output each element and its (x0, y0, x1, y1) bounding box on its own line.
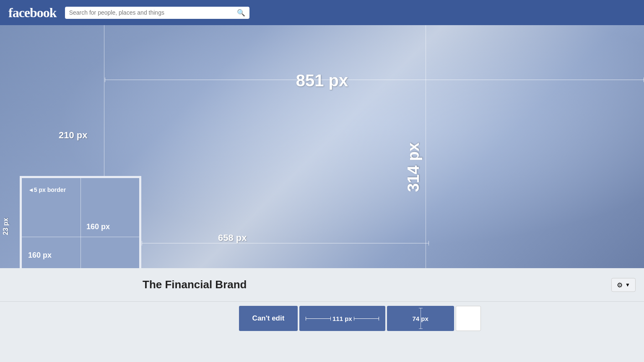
tab-111px-line2 (354, 318, 379, 319)
tab-74px[interactable]: 74 px (387, 306, 454, 331)
search-input[interactable] (69, 9, 237, 16)
page-name: The Financial Brand (143, 278, 247, 291)
search-icon: 🔍 (237, 9, 245, 17)
profile-width-label: 160 px (86, 222, 110, 231)
border-5px-label: ◄5 px border (28, 186, 66, 193)
search-bar[interactable]: 🔍 (65, 7, 249, 19)
profile-v-line (80, 178, 81, 268)
right-vertical-line (426, 25, 426, 268)
width-658-label: 658 px (218, 233, 247, 243)
width-658-line (142, 243, 429, 243)
settings-button[interactable]: ⚙ ▼ (611, 278, 636, 292)
height-314-label: 314 px (405, 142, 423, 192)
tab-white[interactable] (456, 306, 481, 331)
left-margin-210-label: 210 px (59, 130, 88, 141)
gear-icon: ⚙ (617, 281, 623, 289)
facebook-logo: facebook (8, 5, 57, 21)
tab-111px[interactable]: 111 px (299, 306, 385, 331)
width-851-line (105, 80, 644, 80)
cover-area: 851 px 314 px 210 px 658 px 23 px ◄5 px … (0, 25, 644, 268)
page-name-bar: The Financial Brand ⚙ ▼ (0, 268, 644, 302)
tab-cant-edit-label: Can't edit (252, 314, 285, 323)
tab-cant-edit[interactable]: Can't edit (239, 306, 298, 331)
width-851-label: 851 px (296, 71, 348, 90)
tab-111px-inner: 111 px (306, 315, 379, 322)
dropdown-icon: ▼ (625, 282, 630, 288)
tabs-area: Can't edit 111 px 74 px (0, 302, 644, 335)
bottom-section: The Financial Brand ⚙ ▼ Can't edit 111 p… (0, 268, 644, 362)
navbar: facebook 🔍 (0, 0, 644, 25)
side-23-label: 23 px (2, 218, 10, 235)
tab-74px-vline (421, 308, 421, 329)
profile-height-label: 160 px (28, 251, 52, 260)
tab-111px-label: 111 px (332, 315, 352, 322)
profile-picture-box: ◄5 px border 160 px 160 px (20, 176, 141, 268)
tab-111px-line (306, 318, 331, 319)
